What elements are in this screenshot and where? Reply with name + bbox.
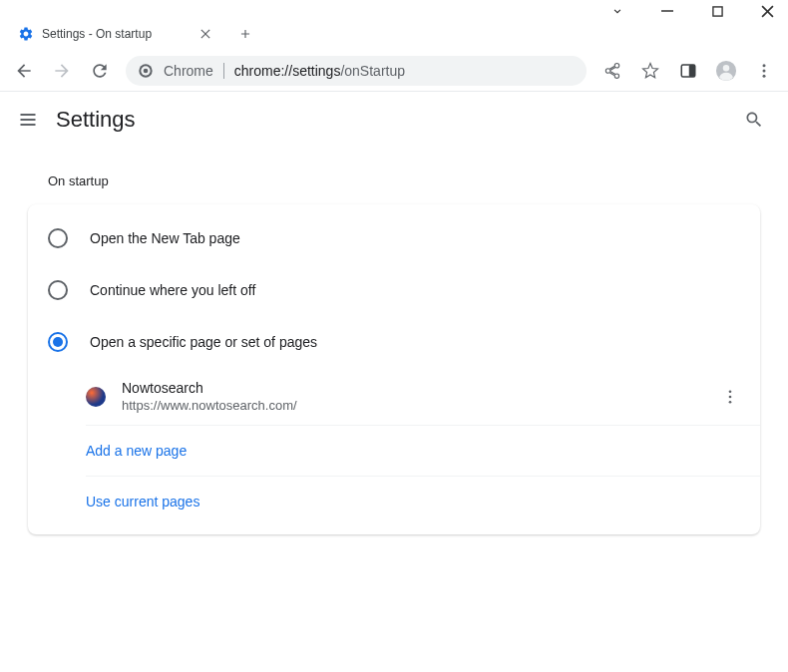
page-url: https://www.nowtosearch.com/ [122, 398, 702, 413]
bookmark-icon[interactable] [634, 55, 666, 87]
radio-icon [48, 332, 68, 352]
close-icon[interactable] [197, 26, 213, 42]
address-bar[interactable]: Chrome chrome://settings/onStartup [126, 56, 587, 86]
radio-icon [48, 228, 68, 248]
radio-new-tab[interactable]: Open the New Tab page [28, 212, 760, 264]
reload-button[interactable] [84, 55, 116, 87]
site-info-icon[interactable] [138, 63, 154, 79]
radio-label: Continue where you left off [90, 282, 255, 298]
page-name: Nowtosearch [122, 380, 702, 396]
forward-button[interactable] [46, 55, 78, 87]
url-divider [223, 63, 224, 79]
back-button[interactable] [8, 55, 40, 87]
svg-point-17 [729, 395, 732, 398]
tab-title: Settings - On startup [42, 27, 190, 41]
window-dropdown-icon[interactable] [608, 2, 626, 20]
svg-point-16 [729, 390, 732, 393]
share-icon[interactable] [596, 55, 628, 87]
svg-point-12 [723, 65, 729, 71]
url-text: chrome://settings/onStartup [234, 62, 405, 80]
use-current-button[interactable]: Use current pages [86, 477, 760, 526]
window-minimize-icon[interactable] [658, 2, 676, 20]
add-page-button[interactable]: Add a new page [86, 426, 760, 477]
more-icon[interactable] [718, 385, 742, 409]
window-maximize-icon[interactable] [708, 2, 726, 20]
radio-label: Open a specific page or set of pages [90, 334, 317, 350]
link-label: Use current pages [86, 494, 199, 509]
settings-header: Settings [0, 92, 788, 148]
svg-point-15 [763, 74, 766, 77]
radio-continue[interactable]: Continue where you left off [28, 264, 760, 316]
profile-icon[interactable] [710, 55, 742, 87]
new-tab-button[interactable] [231, 20, 259, 48]
search-icon[interactable] [736, 102, 772, 138]
hamburger-icon[interactable] [16, 108, 40, 132]
browser-toolbar: Chrome chrome://settings/onStartup [0, 50, 788, 92]
url-scheme: Chrome [164, 63, 213, 79]
gear-icon [18, 26, 34, 42]
section-title: On startup [48, 173, 764, 188]
svg-point-18 [729, 400, 732, 403]
window-close-icon[interactable] [758, 2, 776, 20]
svg-point-13 [763, 64, 766, 67]
startup-card: Open the New Tab page Continue where you… [28, 204, 760, 534]
menu-icon[interactable] [748, 55, 780, 87]
svg-point-8 [144, 68, 149, 73]
radio-specific-pages[interactable]: Open a specific page or set of pages [28, 316, 760, 368]
browser-tab[interactable]: Settings - On startup [6, 18, 225, 50]
startup-page-entry: Nowtosearch https://www.nowtosearch.com/ [86, 368, 760, 426]
side-panel-icon[interactable] [672, 55, 704, 87]
radio-label: Open the New Tab page [90, 230, 240, 246]
svg-rect-1 [712, 6, 721, 15]
page-title: Settings [56, 107, 720, 133]
svg-point-14 [763, 69, 766, 72]
radio-icon [48, 280, 68, 300]
page-favicon [86, 387, 106, 407]
svg-rect-10 [689, 65, 695, 77]
link-label: Add a new page [86, 443, 187, 459]
